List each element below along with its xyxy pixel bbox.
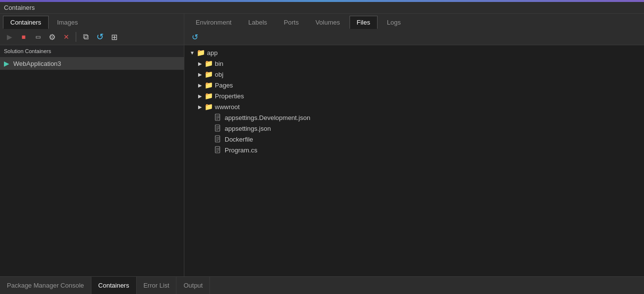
delete-button[interactable]: ✕ bbox=[60, 31, 73, 43]
label-appsettings: appsettings.json bbox=[225, 125, 271, 132]
tree-item-wwwroot[interactable]: ▶ 📁 wwwroot bbox=[184, 101, 644, 112]
bottom-tab-output[interactable]: Output bbox=[176, 277, 210, 294]
label-app: app bbox=[207, 49, 218, 57]
bottom-tab-containers[interactable]: Containers bbox=[91, 277, 137, 294]
label-appsettings-dev: appsettings.Development.json bbox=[225, 114, 310, 121]
container-list: ▶ WebApplication3 bbox=[0, 57, 184, 276]
arrow-app: ▼ bbox=[188, 49, 196, 57]
folder-icon-app: 📁 bbox=[196, 49, 205, 57]
label-properties: Properties bbox=[215, 92, 244, 100]
tree-item-properties[interactable]: ▶ 📁 Properties bbox=[184, 90, 644, 101]
container-name: WebApplication3 bbox=[13, 60, 61, 67]
refresh-button[interactable]: ↺ bbox=[93, 31, 106, 43]
settings-button[interactable]: ⚙ bbox=[46, 31, 59, 43]
terminal-button[interactable]: ▭ bbox=[31, 31, 44, 43]
arrow-obj: ▶ bbox=[196, 70, 204, 78]
tree-item-obj[interactable]: ▶ 📁 obj bbox=[184, 69, 644, 80]
right-tab-bar: Environment Labels Ports Volumes Files L… bbox=[184, 14, 644, 29]
folder-icon-wwwroot: 📁 bbox=[204, 103, 213, 111]
attach-button[interactable]: ⊞ bbox=[108, 31, 120, 43]
left-panel: Containers Images ▶ ■ ▭ ⚙ ✕ ⧉ ↺ ⊞ Soluti… bbox=[0, 14, 184, 276]
left-tab-bar: Containers Images bbox=[0, 14, 184, 29]
tab-ports[interactable]: Ports bbox=[276, 16, 306, 29]
label-bin: bin bbox=[215, 60, 223, 67]
tree-item-app[interactable]: ▼ 📁 app bbox=[184, 47, 644, 58]
tree-item-program[interactable]: ▶ Program.cs bbox=[184, 145, 644, 155]
copy-button[interactable]: ⧉ bbox=[79, 31, 92, 43]
tab-containers[interactable]: Containers bbox=[3, 16, 49, 29]
left-toolbar: ▶ ■ ▭ ⚙ ✕ ⧉ ↺ ⊞ bbox=[0, 29, 184, 45]
tab-files[interactable]: Files bbox=[350, 16, 378, 29]
tab-logs[interactable]: Logs bbox=[380, 16, 408, 29]
label-dockerfile: Dockerfile bbox=[225, 136, 253, 143]
arrow-properties: ▶ bbox=[196, 92, 204, 100]
label-wwwroot: wwwroot bbox=[215, 103, 240, 111]
tab-environment[interactable]: Environment bbox=[188, 16, 239, 29]
stop-button[interactable]: ■ bbox=[17, 31, 30, 43]
tab-volumes[interactable]: Volumes bbox=[308, 16, 348, 29]
folder-icon-properties: 📁 bbox=[204, 92, 213, 100]
arrow-pages: ▶ bbox=[196, 81, 204, 89]
right-panel: Environment Labels Ports Volumes Files L… bbox=[184, 14, 644, 276]
arrow-bin: ▶ bbox=[196, 59, 204, 67]
tree-item-appsettings[interactable]: ▶ appsettings.json bbox=[184, 123, 644, 134]
toolbar-separator-1 bbox=[76, 32, 76, 42]
tree-item-dockerfile[interactable]: ▶ Dockerfile bbox=[184, 134, 644, 145]
tree-item-pages[interactable]: ▶ 📁 Pages bbox=[184, 80, 644, 90]
section-header: Solution Containers bbox=[0, 45, 184, 57]
bottom-tab-error-list[interactable]: Error List bbox=[137, 277, 177, 294]
bottom-tabs: Package Manager Console Containers Error… bbox=[0, 276, 644, 294]
title-text: Containers bbox=[4, 4, 35, 11]
main-content: Containers Images ▶ ■ ▭ ⚙ ✕ ⧉ ↺ ⊞ Soluti… bbox=[0, 14, 644, 276]
start-button[interactable]: ▶ bbox=[3, 31, 16, 43]
files-refresh-icon: ↺ bbox=[192, 32, 198, 42]
folder-icon-pages: 📁 bbox=[204, 81, 213, 89]
tab-images[interactable]: Images bbox=[50, 16, 86, 29]
tree-item-bin[interactable]: ▶ 📁 bin bbox=[184, 58, 644, 69]
tab-labels[interactable]: Labels bbox=[241, 16, 274, 29]
bottom-tab-package-manager[interactable]: Package Manager Console bbox=[0, 277, 91, 294]
file-icon-appsettings-dev bbox=[214, 114, 223, 121]
folder-icon-obj: 📁 bbox=[204, 70, 213, 78]
folder-icon-bin: 📁 bbox=[204, 59, 213, 67]
container-item[interactable]: ▶ WebApplication3 bbox=[0, 57, 184, 70]
label-pages: Pages bbox=[215, 82, 233, 89]
right-toolbar: ↺ bbox=[184, 29, 644, 45]
file-icon-dockerfile bbox=[214, 135, 223, 143]
arrow-wwwroot: ▶ bbox=[196, 103, 204, 111]
tree-item-appsettings-dev[interactable]: ▶ appsettings.Development.json bbox=[184, 112, 644, 123]
container-status-icon: ▶ bbox=[4, 59, 9, 67]
title-bar: Containers bbox=[0, 2, 644, 14]
files-refresh-button[interactable]: ↺ bbox=[188, 31, 201, 43]
file-icon-appsettings bbox=[214, 124, 223, 132]
file-icon-program bbox=[214, 146, 223, 154]
label-obj: obj bbox=[215, 71, 223, 78]
file-tree[interactable]: ▼ 📁 app ▶ 📁 bin ▶ 📁 obj ▶ bbox=[184, 45, 644, 276]
label-program: Program.cs bbox=[225, 147, 257, 154]
